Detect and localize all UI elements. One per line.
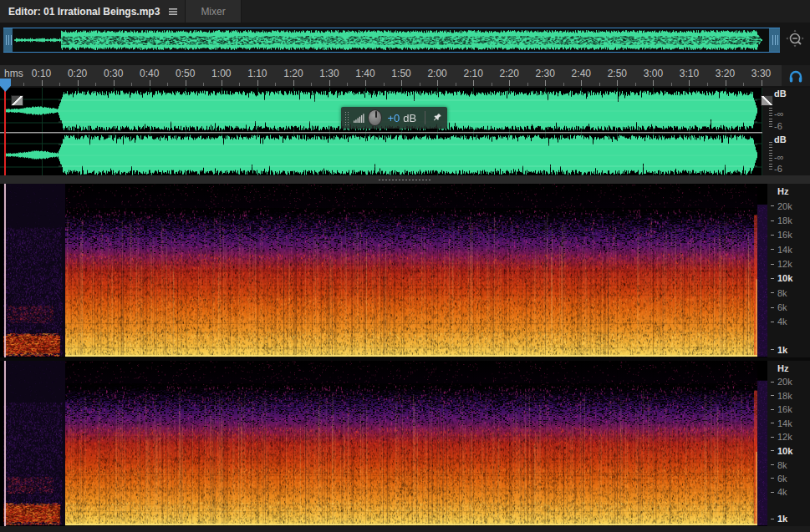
freq-scale-label: 1k <box>767 514 810 524</box>
freq-scale-label: 12k <box>767 432 810 442</box>
ruler-tick <box>23 83 24 86</box>
ruler-tick <box>492 83 492 86</box>
db-scale-label: -6 <box>762 164 810 174</box>
pin-icon[interactable] <box>432 112 442 124</box>
volume-bars-icon <box>354 112 364 124</box>
freq-scale-label: Hz <box>767 363 810 373</box>
ruler-tick <box>114 80 115 86</box>
ruler-tick <box>42 80 43 86</box>
ruler-tick <box>707 83 708 86</box>
ruler-time-label: 3:30 <box>751 68 771 79</box>
freq-scale-label: 20k <box>767 377 810 387</box>
bottom-strip <box>0 526 810 532</box>
ruler-time-label: 0:40 <box>140 68 159 79</box>
ruler-time-label: 2:50 <box>608 68 627 79</box>
frequency-scale-1[interactable]: Hz20k18k16k14k12k10k8k6k4k1k <box>767 184 810 357</box>
ruler-tick <box>437 80 438 86</box>
fade-in-handle[interactable] <box>11 95 23 106</box>
tab-editor[interactable]: Editor: 01 Irrational Beings.mp3 <box>0 0 186 23</box>
ruler-tick <box>150 80 150 86</box>
ruler-tick <box>78 80 79 86</box>
tab-editor-label: Editor: 01 Irrational Beings.mp3 <box>8 6 160 18</box>
ruler-time-label: 3:10 <box>680 68 699 79</box>
frequency-scale-2[interactable]: Hz20k18k16k14k12k10k8k6k4k1k <box>767 361 810 526</box>
ruler-time-label: 1:50 <box>391 68 410 79</box>
gain-knob[interactable] <box>368 109 382 126</box>
freq-scale-label: 6k <box>767 474 810 484</box>
hud-separator <box>425 111 425 124</box>
ruler-tick <box>275 83 276 86</box>
timeline-ruler[interactable]: hms 0:100:200:300:400:501:001:101:201:30… <box>0 65 782 86</box>
gain-unit-label: dB <box>403 112 416 124</box>
freq-scale-label: 6k <box>767 302 810 312</box>
tab-mixer[interactable]: Mixer <box>186 0 241 23</box>
ruler-time-label: 2:20 <box>500 68 519 79</box>
ruler-tick <box>167 83 168 86</box>
ruler-time-label: 2:10 <box>463 68 482 79</box>
ruler-tick <box>365 80 366 86</box>
ruler-tick <box>59 83 60 86</box>
zoom-out-icon <box>785 29 807 51</box>
ruler-time-label: 0:20 <box>68 68 87 79</box>
ruler-time-label: 0:10 <box>32 68 51 79</box>
panel-menu-icon[interactable] <box>168 8 178 16</box>
monitor-button[interactable] <box>782 65 810 86</box>
fade-out-handle[interactable] <box>761 95 773 106</box>
range-handle-right[interactable] <box>769 28 780 52</box>
ruler-tick <box>563 83 564 86</box>
ruler-tick <box>347 83 348 86</box>
ruler-tick <box>131 83 132 86</box>
ruler-tick <box>186 80 186 86</box>
spectrogram-channel-1: Hz20k18k16k14k12k10k8k6k4k1k <box>0 184 810 357</box>
ruler-tick <box>527 83 528 86</box>
ruler-tick <box>257 80 258 86</box>
gain-hud[interactable]: +0 dB <box>341 107 447 129</box>
db-scale-label: -6 <box>762 121 810 131</box>
freq-scale-label: 4k <box>767 317 810 327</box>
freq-scale-label: 16k <box>767 404 810 414</box>
ruler-time-label: 0:50 <box>176 68 195 79</box>
ruler-tick <box>689 80 690 86</box>
ruler-tick <box>401 80 402 86</box>
freq-scale-label: 10k <box>767 273 810 283</box>
spectrogram-canvas-2[interactable] <box>0 361 767 526</box>
spectrogram-canvas-1[interactable] <box>0 184 767 357</box>
ruler-tick <box>743 83 744 86</box>
ruler-tick <box>329 80 330 86</box>
ruler-time-label: 3:00 <box>644 68 663 79</box>
hud-drag-handle-icon[interactable] <box>344 111 349 125</box>
freq-scale-label: 18k <box>767 215 810 225</box>
gain-value: +0 <box>387 112 400 124</box>
freq-scale-label: 10k <box>767 446 810 456</box>
freq-scale-label: 20k <box>767 201 810 211</box>
overview-waveform[interactable] <box>13 28 769 52</box>
ruler-tick <box>635 83 636 86</box>
ruler-tick <box>617 80 618 86</box>
ruler-time-label: 1:40 <box>355 68 374 79</box>
zoom-navigate-button[interactable] <box>784 28 807 52</box>
waveform-canvas[interactable] <box>0 88 762 175</box>
audition-editor-window: Editor: 01 Irrational Beings.mp3 Mixer <box>0 0 810 532</box>
ruler-tick <box>473 80 474 86</box>
db-scale-label: -∞ <box>762 152 810 162</box>
range-handle-left[interactable] <box>3 28 13 52</box>
panel-tab-bar: Editor: 01 Irrational Beings.mp3 Mixer <box>0 0 810 23</box>
tab-mixer-label: Mixer <box>201 6 225 18</box>
ruler-tick <box>239 83 240 86</box>
ruler-tick <box>222 80 222 86</box>
ruler-time-label: 1:10 <box>247 68 267 79</box>
db-scale-label: -∞ <box>762 109 810 119</box>
freq-scale-label: 18k <box>767 391 810 401</box>
ruler-time-label: 1:30 <box>319 68 339 79</box>
playhead-line-spectrogram-2 <box>4 361 6 526</box>
ruler-tick <box>653 80 654 86</box>
freq-scale-label: 4k <box>767 487 810 497</box>
ruler-tick <box>581 80 582 86</box>
ruler-tick <box>599 83 600 86</box>
ruler-tick <box>384 83 385 86</box>
ruler-time-label: 2:00 <box>427 68 446 79</box>
ruler-tick <box>293 80 294 86</box>
overview-navigator[interactable] <box>3 28 780 53</box>
panel-splitter[interactable] <box>0 175 810 184</box>
ruler-time-label: 0:30 <box>104 68 123 79</box>
